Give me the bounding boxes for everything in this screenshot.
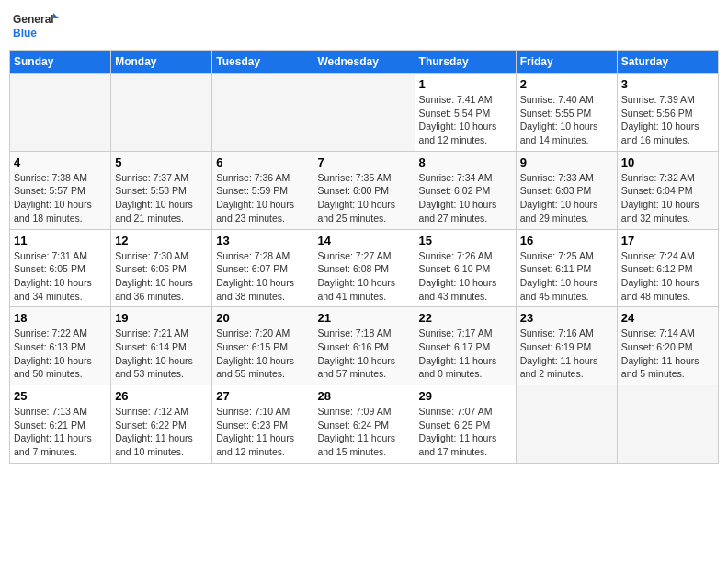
- calendar-table: SundayMondayTuesdayWednesdayThursdayFrid…: [9, 50, 719, 464]
- day-info: Sunrise: 7:13 AMSunset: 6:21 PMDaylight:…: [14, 405, 107, 459]
- day-number: 11: [14, 234, 107, 247]
- day-number: 21: [317, 311, 410, 325]
- calendar-cell: 10Sunrise: 7:32 AMSunset: 6:04 PMDayligh…: [617, 151, 718, 229]
- day-number: 29: [419, 389, 512, 403]
- day-number: 9: [520, 155, 613, 169]
- calendar-cell: 14Sunrise: 7:27 AMSunset: 6:08 PMDayligh…: [313, 229, 415, 307]
- day-number: 2: [520, 77, 613, 91]
- weekday-header-thursday: Thursday: [415, 51, 516, 74]
- svg-text:General: General: [13, 13, 54, 26]
- day-info: Sunrise: 7:22 AMSunset: 6:13 PMDaylight:…: [14, 327, 107, 381]
- weekday-header-row: SundayMondayTuesdayWednesdayThursdayFrid…: [10, 51, 719, 74]
- calendar-cell: [10, 74, 111, 152]
- calendar-cell: 24Sunrise: 7:14 AMSunset: 6:20 PMDayligh…: [617, 307, 718, 385]
- calendar-cell: 8Sunrise: 7:34 AMSunset: 6:02 PMDaylight…: [415, 151, 516, 229]
- day-info: Sunrise: 7:34 AMSunset: 6:02 PMDaylight:…: [419, 171, 512, 225]
- week-row-3: 18Sunrise: 7:22 AMSunset: 6:13 PMDayligh…: [10, 307, 719, 385]
- calendar-cell: 9Sunrise: 7:33 AMSunset: 6:03 PMDaylight…: [516, 151, 617, 229]
- day-number: 14: [317, 234, 410, 247]
- day-number: 13: [216, 234, 309, 247]
- day-number: 8: [419, 155, 512, 169]
- day-number: 23: [520, 311, 613, 325]
- day-info: Sunrise: 7:17 AMSunset: 6:17 PMDaylight:…: [419, 327, 512, 381]
- page-header: General Blue: [9, 9, 719, 42]
- day-info: Sunrise: 7:18 AMSunset: 6:16 PMDaylight:…: [317, 327, 410, 381]
- calendar-cell: 11Sunrise: 7:31 AMSunset: 6:05 PMDayligh…: [10, 229, 111, 307]
- calendar-cell: 29Sunrise: 7:07 AMSunset: 6:25 PMDayligh…: [415, 385, 516, 464]
- calendar-cell: [516, 385, 617, 464]
- day-info: Sunrise: 7:41 AMSunset: 5:54 PMDaylight:…: [419, 93, 512, 147]
- day-number: 24: [621, 311, 714, 325]
- calendar-cell: 13Sunrise: 7:28 AMSunset: 6:07 PMDayligh…: [212, 229, 313, 307]
- calendar-cell: [313, 74, 415, 152]
- calendar-cell: 21Sunrise: 7:18 AMSunset: 6:16 PMDayligh…: [313, 307, 415, 385]
- calendar-cell: 19Sunrise: 7:21 AMSunset: 6:14 PMDayligh…: [111, 307, 212, 385]
- weekday-header-sunday: Sunday: [10, 51, 111, 74]
- day-info: Sunrise: 7:38 AMSunset: 5:57 PMDaylight:…: [14, 171, 107, 225]
- weekday-header-tuesday: Tuesday: [212, 51, 313, 74]
- calendar-cell: 22Sunrise: 7:17 AMSunset: 6:17 PMDayligh…: [415, 307, 516, 385]
- calendar-cell: 20Sunrise: 7:20 AMSunset: 6:15 PMDayligh…: [212, 307, 313, 385]
- day-info: Sunrise: 7:40 AMSunset: 5:55 PMDaylight:…: [520, 93, 613, 147]
- day-number: 20: [216, 311, 309, 325]
- calendar-cell: 12Sunrise: 7:30 AMSunset: 6:06 PMDayligh…: [111, 229, 212, 307]
- calendar-cell: 18Sunrise: 7:22 AMSunset: 6:13 PMDayligh…: [10, 307, 111, 385]
- calendar-cell: 25Sunrise: 7:13 AMSunset: 6:21 PMDayligh…: [10, 385, 111, 464]
- weekday-header-monday: Monday: [111, 51, 212, 74]
- day-info: Sunrise: 7:25 AMSunset: 6:11 PMDaylight:…: [520, 249, 613, 304]
- week-row-4: 25Sunrise: 7:13 AMSunset: 6:21 PMDayligh…: [10, 385, 719, 464]
- calendar-cell: 4Sunrise: 7:38 AMSunset: 5:57 PMDaylight…: [10, 151, 111, 229]
- day-info: Sunrise: 7:37 AMSunset: 5:58 PMDaylight:…: [115, 171, 208, 225]
- day-number: 1: [419, 77, 512, 91]
- day-info: Sunrise: 7:07 AMSunset: 6:25 PMDaylight:…: [419, 405, 512, 459]
- day-info: Sunrise: 7:35 AMSunset: 6:00 PMDaylight:…: [317, 171, 410, 225]
- calendar-cell: 5Sunrise: 7:37 AMSunset: 5:58 PMDaylight…: [111, 151, 212, 229]
- day-number: 25: [14, 389, 107, 403]
- weekday-header-saturday: Saturday: [617, 51, 718, 74]
- calendar-cell: [111, 74, 212, 152]
- day-info: Sunrise: 7:09 AMSunset: 6:24 PMDaylight:…: [317, 405, 410, 459]
- day-info: Sunrise: 7:31 AMSunset: 6:05 PMDaylight:…: [14, 249, 107, 304]
- calendar-cell: 17Sunrise: 7:24 AMSunset: 6:12 PMDayligh…: [617, 229, 718, 307]
- day-number: 17: [621, 234, 714, 247]
- logo: General Blue: [13, 9, 59, 42]
- day-info: Sunrise: 7:24 AMSunset: 6:12 PMDaylight:…: [621, 249, 714, 304]
- week-row-2: 11Sunrise: 7:31 AMSunset: 6:05 PMDayligh…: [10, 229, 719, 307]
- calendar-cell: 23Sunrise: 7:16 AMSunset: 6:19 PMDayligh…: [516, 307, 617, 385]
- day-info: Sunrise: 7:28 AMSunset: 6:07 PMDaylight:…: [216, 249, 309, 304]
- day-number: 7: [317, 155, 410, 169]
- svg-marker-2: [53, 13, 59, 18]
- day-info: Sunrise: 7:16 AMSunset: 6:19 PMDaylight:…: [520, 327, 613, 381]
- day-number: 26: [115, 389, 208, 403]
- calendar-cell: [212, 74, 313, 152]
- calendar-cell: 6Sunrise: 7:36 AMSunset: 5:59 PMDaylight…: [212, 151, 313, 229]
- day-number: 15: [419, 234, 512, 247]
- logo-svg: General Blue: [13, 9, 59, 42]
- day-number: 12: [115, 234, 208, 247]
- calendar-cell: 28Sunrise: 7:09 AMSunset: 6:24 PMDayligh…: [313, 385, 415, 464]
- day-info: Sunrise: 7:33 AMSunset: 6:03 PMDaylight:…: [520, 171, 613, 225]
- calendar-cell: 7Sunrise: 7:35 AMSunset: 6:00 PMDaylight…: [313, 151, 415, 229]
- day-info: Sunrise: 7:27 AMSunset: 6:08 PMDaylight:…: [317, 249, 410, 304]
- calendar-cell: 15Sunrise: 7:26 AMSunset: 6:10 PMDayligh…: [415, 229, 516, 307]
- day-info: Sunrise: 7:12 AMSunset: 6:22 PMDaylight:…: [115, 405, 208, 459]
- calendar-cell: 3Sunrise: 7:39 AMSunset: 5:56 PMDaylight…: [617, 74, 718, 152]
- day-info: Sunrise: 7:32 AMSunset: 6:04 PMDaylight:…: [621, 171, 714, 225]
- day-number: 6: [216, 155, 309, 169]
- week-row-1: 4Sunrise: 7:38 AMSunset: 5:57 PMDaylight…: [10, 151, 719, 229]
- day-info: Sunrise: 7:30 AMSunset: 6:06 PMDaylight:…: [115, 249, 208, 304]
- week-row-0: 1Sunrise: 7:41 AMSunset: 5:54 PMDaylight…: [10, 74, 719, 152]
- day-number: 10: [621, 155, 714, 169]
- calendar-cell: 16Sunrise: 7:25 AMSunset: 6:11 PMDayligh…: [516, 229, 617, 307]
- day-info: Sunrise: 7:21 AMSunset: 6:14 PMDaylight:…: [115, 327, 208, 381]
- day-number: 28: [317, 389, 410, 403]
- day-number: 4: [14, 155, 107, 169]
- day-number: 22: [419, 311, 512, 325]
- day-info: Sunrise: 7:14 AMSunset: 6:20 PMDaylight:…: [621, 327, 714, 381]
- day-info: Sunrise: 7:36 AMSunset: 5:59 PMDaylight:…: [216, 171, 309, 225]
- day-info: Sunrise: 7:39 AMSunset: 5:56 PMDaylight:…: [621, 93, 714, 147]
- weekday-header-friday: Friday: [516, 51, 617, 74]
- day-info: Sunrise: 7:26 AMSunset: 6:10 PMDaylight:…: [419, 249, 512, 304]
- calendar-cell: 1Sunrise: 7:41 AMSunset: 5:54 PMDaylight…: [415, 74, 516, 152]
- calendar-cell: 27Sunrise: 7:10 AMSunset: 6:23 PMDayligh…: [212, 385, 313, 464]
